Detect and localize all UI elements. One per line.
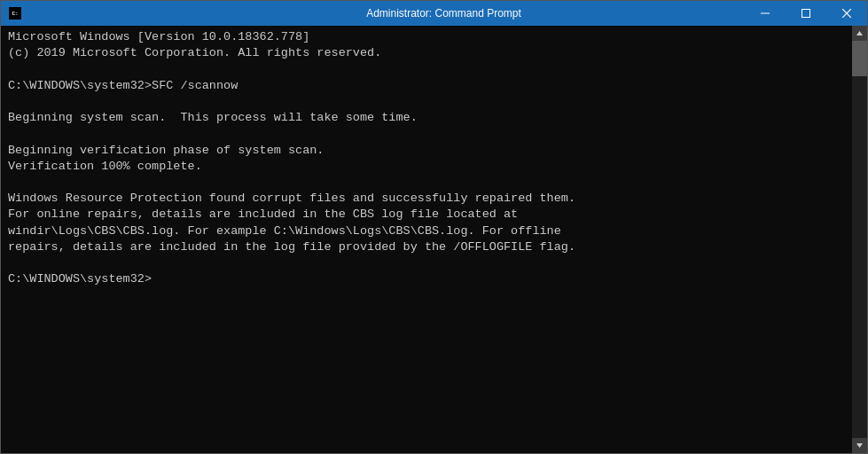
console-line: Beginning verification phase of system s… (8, 143, 860, 159)
maximize-icon (802, 9, 810, 18)
cmd-icon (9, 7, 21, 20)
console-line: repairs, details are included in the log… (8, 239, 860, 255)
scrollbar[interactable] (852, 26, 867, 453)
console-line (8, 126, 860, 142)
minimize-icon (761, 9, 770, 18)
console-line (8, 255, 860, 271)
close-icon (842, 9, 851, 18)
scroll-down-icon (856, 443, 863, 448)
console-line: C:\WINDOWS\system32>SFC /scannow (8, 78, 860, 94)
console-line (8, 175, 860, 191)
svg-rect-0 (761, 13, 770, 14)
title-bar: Administrator: Command Prompt (1, 1, 867, 26)
maximize-button[interactable] (786, 1, 826, 26)
close-button[interactable] (826, 1, 867, 26)
console-line: windir\Logs\CBS\CBS.log. For example C:\… (8, 223, 860, 239)
console-line: Microsoft Windows [Version 10.0.18362.77… (8, 29, 860, 45)
svg-rect-1 (802, 10, 810, 18)
scrollbar-track[interactable] (852, 41, 867, 438)
console-line: Windows Resource Protection found corrup… (8, 191, 860, 207)
scrollbar-up-button[interactable] (852, 26, 867, 41)
app-icon (8, 6, 22, 20)
console-line: For online repairs, details are included… (8, 207, 860, 223)
window-title: Administrator: Command Prompt (27, 7, 860, 20)
console-line (8, 94, 860, 110)
window-controls (745, 1, 867, 26)
cmd-window: Administrator: Command Prompt Micr (0, 0, 868, 454)
console-output[interactable]: Microsoft Windows [Version 10.0.18362.77… (1, 26, 867, 453)
scroll-up-icon (856, 31, 863, 35)
console-line: C:\WINDOWS\system32> (8, 271, 860, 287)
console-line: Beginning system scan. This process will… (8, 110, 860, 126)
svg-marker-4 (856, 31, 863, 35)
scrollbar-down-button[interactable] (852, 438, 867, 453)
console-line (8, 61, 860, 77)
svg-marker-5 (856, 443, 863, 448)
scrollbar-thumb[interactable] (852, 41, 867, 76)
console-line: (c) 2019 Microsoft Corporation. All righ… (8, 45, 860, 61)
minimize-button[interactable] (745, 1, 786, 26)
console-line: Verification 100% complete. (8, 159, 860, 175)
